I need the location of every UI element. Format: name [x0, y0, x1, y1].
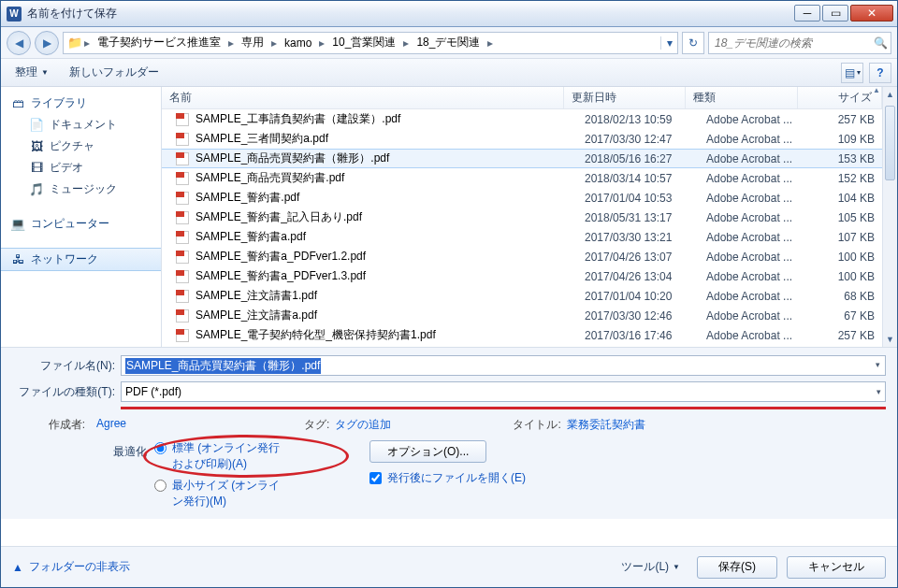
file-list: 名前 更新日時 種類 ▲ サイズ SAMPLE_工事請負契約書（建設業）.pdf…	[162, 87, 882, 347]
file-size: 105 KB	[811, 211, 882, 224]
minimize-button[interactable]: ─	[794, 5, 820, 22]
file-type: Adobe Acrobat ...	[699, 290, 811, 303]
sidebar-videos[interactable]: 🎞ビデオ	[1, 157, 161, 179]
doc-title-value[interactable]: 業務委託契約書	[567, 417, 645, 433]
new-folder-button[interactable]: 新しいフォルダー	[61, 60, 167, 85]
file-type: Adobe Acrobat ...	[699, 133, 811, 146]
sidebar-documents[interactable]: 📄ドキュメント	[1, 114, 161, 136]
scroll-up-icon[interactable]: ▲	[883, 87, 897, 102]
file-name: SAMPLE_誓約書a_PDFver1.2.pdf	[196, 249, 366, 265]
filetype-value: PDF (*.pdf)	[125, 385, 181, 398]
breadcrumb-dropdown[interactable]: ▾	[660, 36, 677, 50]
file-size: 68 KB	[811, 290, 882, 303]
videos-icon: 🎞	[29, 161, 44, 176]
radio-standard-input[interactable]	[154, 442, 167, 454]
col-date[interactable]: 更新日時	[564, 87, 686, 108]
search-icon[interactable]: 🔍	[870, 36, 891, 50]
radio-minsize[interactable]: 最小サイズ (オンライ ン発行)(M)	[154, 478, 341, 509]
radio-standard-label: 標準 (オンライン発行 および印刷)(A)	[172, 440, 280, 472]
forward-button[interactable]: ▶	[35, 31, 59, 55]
breadcrumb-seg[interactable]: 18_デモ関連	[411, 33, 485, 53]
open-after-input[interactable]	[369, 472, 382, 484]
view-button[interactable]: ▤▾	[841, 63, 863, 83]
sidebar-network[interactable]: 🖧ネットワーク	[1, 248, 161, 271]
table-row[interactable]: SAMPLE_誓約書a.pdf2017/03/30 13:21Adobe Acr…	[162, 227, 882, 247]
options-button[interactable]: オプション(O)...	[369, 440, 486, 463]
table-row[interactable]: SAMPLE_三者間契約a.pdf2017/03/30 12:47Adobe A…	[162, 129, 882, 149]
file-size: 257 KB	[811, 329, 882, 342]
radio-minsize-input[interactable]	[154, 480, 167, 492]
tags-value[interactable]: タグの追加	[335, 417, 391, 433]
search-input[interactable]	[709, 36, 870, 50]
table-row[interactable]: SAMPLE_商品売買契約書.pdf2018/03/14 10:57Adobe …	[162, 168, 882, 188]
sidebar-libraries[interactable]: 🗃ライブラリ	[1, 93, 161, 114]
file-name: SAMPLE_商品売買契約書.pdf	[196, 170, 344, 186]
annotation-underline	[121, 406, 886, 409]
file-type: Adobe Acrobat ...	[699, 152, 811, 165]
col-name[interactable]: 名前	[162, 87, 564, 108]
pdf-icon	[175, 151, 190, 166]
doc-title-label: タイトル:	[513, 417, 560, 433]
organize-button[interactable]: 整理▼	[7, 60, 57, 85]
table-row[interactable]: SAMPLE_工事請負契約書（建設業）.pdf2018/02/13 10:59A…	[162, 109, 882, 129]
music-icon: 🎵	[29, 182, 44, 197]
table-row[interactable]: SAMPLE_誓約書.pdf2017/01/04 10:53Adobe Acro…	[162, 188, 882, 208]
table-row[interactable]: SAMPLE_誓約書a_PDFver1.3.pdf2017/04/26 13:0…	[162, 266, 882, 286]
refresh-button[interactable]: ↻	[682, 32, 704, 54]
sidebar-music[interactable]: 🎵ミュージック	[1, 179, 161, 200]
pdf-icon	[175, 269, 190, 284]
filetype-dropdown[interactable]: PDF (*.pdf) ▾	[121, 381, 886, 402]
file-date: 2017/03/30 13:21	[577, 231, 699, 244]
pdf-icon	[175, 289, 190, 304]
sidebar-computer[interactable]: 💻コンピューター	[1, 213, 161, 235]
scrollbar[interactable]: ▲ ▼	[882, 87, 897, 347]
pdf-icon	[175, 171, 190, 186]
list-rows: SAMPLE_工事請負契約書（建設業）.pdf2018/02/13 10:59A…	[162, 109, 882, 347]
file-date: 2017/03/30 12:47	[577, 133, 699, 146]
tools-dropdown[interactable]: ツール(L) ▼	[621, 559, 680, 575]
col-type[interactable]: 種類	[686, 87, 798, 108]
file-type: Adobe Acrobat ...	[699, 172, 811, 185]
table-row[interactable]: SAMPLE_注文請書a.pdf2017/03/30 12:46Adobe Ac…	[162, 306, 882, 325]
maximize-button[interactable]: ▭	[822, 5, 848, 22]
sidebar-pictures[interactable]: 🖼ピクチャ	[1, 136, 161, 157]
open-after-checkbox[interactable]: 発行後にファイルを開く(E)	[369, 470, 526, 486]
breadcrumb-seg[interactable]: kamo	[279, 33, 317, 53]
breadcrumb-seg[interactable]: 10_営業関連	[326, 33, 401, 53]
file-date: 2017/03/16 17:46	[577, 329, 699, 342]
file-size: 109 KB	[811, 133, 882, 146]
chevron-down-icon[interactable]: ▾	[876, 360, 880, 369]
scroll-down-icon[interactable]: ▼	[883, 332, 897, 347]
table-row[interactable]: SAMPLE_誓約書a_PDFver1.2.pdf2017/04/26 13:0…	[162, 247, 882, 266]
chevron-right-icon: ▸	[82, 36, 92, 50]
libraries-icon: 🗃	[10, 96, 25, 111]
author-value[interactable]: Agree	[96, 417, 126, 430]
back-button[interactable]: ◀	[7, 31, 31, 55]
chevron-right-icon: ▸	[317, 36, 326, 50]
save-button[interactable]: 保存(S)	[697, 556, 777, 579]
window-buttons: ─ ▭ ✕	[792, 5, 893, 23]
breadcrumb-bar[interactable]: 📁 ▸ 電子契約サービス推進室▸ 専用▸ kamo▸ 10_営業関連▸ 18_デ…	[63, 32, 678, 54]
hide-folders-link[interactable]: ▲ フォルダーの非表示	[12, 559, 130, 575]
file-name: SAMPLE_誓約書a.pdf	[196, 229, 306, 245]
table-row[interactable]: SAMPLE_誓約書_記入日あり.pdf2018/05/31 13:17Adob…	[162, 208, 882, 227]
scroll-thumb[interactable]	[885, 106, 895, 180]
table-row[interactable]: SAMPLE_商品売買契約書（雛形）.pdf2018/05/16 16:27Ad…	[162, 149, 882, 168]
file-date: 2017/04/26 13:07	[577, 251, 699, 264]
search-box[interactable]: 🔍	[708, 32, 891, 54]
file-size: 67 KB	[811, 309, 882, 323]
navigation-row: ◀ ▶ 📁 ▸ 電子契約サービス推進室▸ 専用▸ kamo▸ 10_営業関連▸ …	[1, 27, 897, 59]
optimize-label: 最適化	[12, 440, 154, 460]
help-button[interactable]: ?	[869, 63, 891, 83]
close-button[interactable]: ✕	[850, 5, 893, 22]
col-size[interactable]: サイズ	[798, 87, 882, 108]
file-date: 2018/05/31 13:17	[577, 211, 699, 224]
chevron-right-icon: ▸	[269, 36, 279, 50]
breadcrumb-seg[interactable]: 電子契約サービス推進室	[92, 33, 226, 53]
table-row[interactable]: SAMPLE_電子契約特化型_機密保持契約書1.pdf2017/03/16 17…	[162, 325, 882, 345]
cancel-button[interactable]: キャンセル	[787, 556, 886, 579]
radio-standard[interactable]: 標準 (オンライン発行 および印刷)(A)	[154, 440, 341, 472]
breadcrumb-seg[interactable]: 専用	[236, 33, 269, 53]
table-row[interactable]: SAMPLE_注文請書1.pdf2017/01/04 10:20Adobe Ac…	[162, 286, 882, 306]
file-type: Adobe Acrobat ...	[699, 211, 811, 224]
